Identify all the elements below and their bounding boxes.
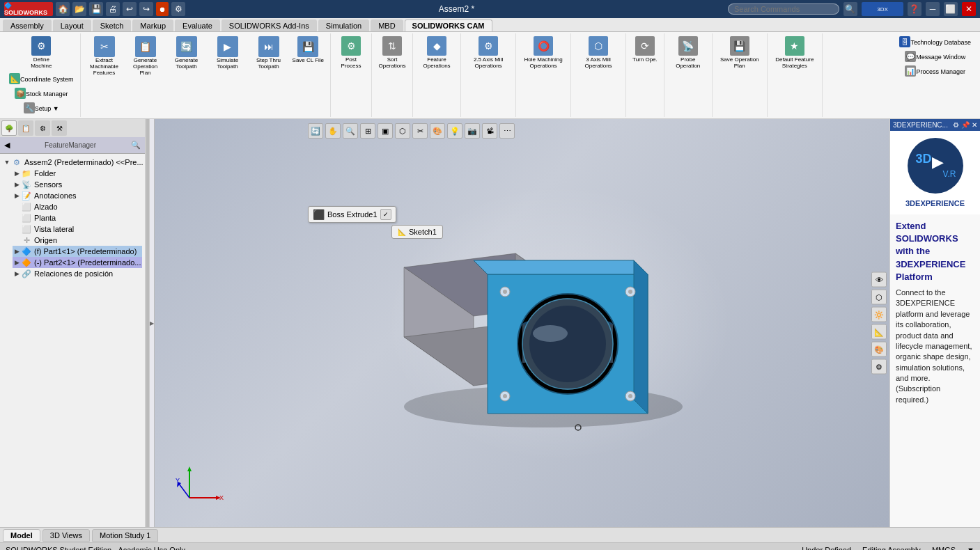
ribbon-btn-gen-op[interactable]: 📋 Generate Operation Plan: [126, 35, 165, 77]
viewport[interactable]: 🔄 ✋ 🔍 ⊞ ▣ ⬡ ✂ 🎨 💡 📷 📽 ⋯ ⬛ Boss Extrude1 …: [155, 119, 889, 527]
ribbon-btn-procmgr[interactable]: 📊 Process Manager: [903, 64, 967, 79]
msgwnd-label: Message Window: [916, 54, 965, 61]
ribbon-btn-dfs[interactable]: ★ Default Feature Strategies: [772, 35, 818, 70]
tab-model[interactable]: Model: [3, 529, 40, 542]
tree-item-origen[interactable]: ▶ ✛ Origen: [13, 235, 142, 246]
property-manager-tab[interactable]: 📋: [18, 120, 33, 136]
expand-folder[interactable]: ▶: [13, 169, 21, 178]
vp-btn-rotate[interactable]: 🔄: [308, 123, 323, 139]
tree-item-assem2[interactable]: ▼ ⚙ Assem2 (Predeterminado) <<Pre...: [3, 157, 142, 168]
tab-markup[interactable]: Markup: [132, 19, 173, 31]
boss-extrude-ok[interactable]: ✓: [380, 209, 391, 220]
tab-assembly[interactable]: Assembly: [3, 19, 52, 31]
minimize-btn[interactable]: ─: [926, 2, 940, 16]
open-btn[interactable]: 📂: [72, 2, 86, 16]
tree-item-planta[interactable]: ▶ ⬜ Planta: [13, 212, 142, 223]
side-btn-5[interactable]: 🎨: [871, 342, 887, 357]
vp-btn-section[interactable]: ✂: [412, 123, 428, 139]
ribbon-btn-save-cl[interactable]: 💾 Save CL File: [290, 35, 327, 65]
redo-btn[interactable]: ↪: [139, 2, 153, 16]
tree-item-folder[interactable]: ▶ 📁 Folder: [13, 168, 142, 179]
print-btn[interactable]: 🖨: [106, 2, 120, 16]
ribbon-btn-coord[interactable]: 📐 Coordinate System: [7, 72, 76, 86]
tab-motion[interactable]: Motion Study 1: [92, 529, 158, 542]
vp-btn-zoom[interactable]: 🔍: [343, 123, 358, 139]
tab-sketch[interactable]: Sketch: [93, 19, 132, 31]
fm-filter-icon[interactable]: 🔍: [131, 141, 141, 150]
vp-btn-hdvideo[interactable]: 📽: [482, 123, 497, 139]
side-btn-4[interactable]: 📐: [871, 324, 887, 340]
ribbon-btn-define-machine[interactable]: ⚙ Define Machine: [25, 35, 57, 70]
expand-part1[interactable]: ▶: [13, 247, 21, 256]
ribbon-btn-feature-op[interactable]: ◆ Feature Operations: [417, 35, 456, 70]
ribbon-btn-post[interactable]: ⚙ Post Process: [335, 35, 367, 70]
search-icon[interactable]: 🔍: [843, 2, 857, 16]
ribbon-btn-2axis[interactable]: ⚙ 2.5 Axis Mill Operations: [465, 35, 511, 70]
vp-btn-view2[interactable]: ⬡: [395, 123, 410, 139]
vp-btn-more[interactable]: ⋯: [499, 123, 515, 139]
tree-item-vista-lateral[interactable]: ▶ ⬜ Vista lateral: [13, 223, 142, 235]
vp-btn-camera[interactable]: 📷: [465, 123, 480, 139]
3dx-settings-icon[interactable]: ⚙: [953, 121, 959, 129]
expand-relaciones[interactable]: ▶: [13, 269, 21, 278]
side-btn-6[interactable]: ⚙: [871, 359, 887, 375]
vp-btn-view1[interactable]: ▣: [378, 123, 393, 139]
3dexperience-icon[interactable]: 3DX: [862, 2, 903, 16]
ribbon-btn-save-op[interactable]: 💾 Save Operation Plan: [717, 35, 763, 70]
tree-item-relaciones[interactable]: ▶ 🔗 Relaciones de posición: [13, 268, 142, 279]
side-btn-2[interactable]: ⬡: [871, 290, 887, 305]
tab-swcam[interactable]: SOLIDWORKS CAM: [405, 19, 492, 31]
ribbon-btn-step[interactable]: ⏭ Step Thru Toolpath: [249, 35, 288, 72]
side-btn-1[interactable]: 👁: [871, 272, 887, 288]
ribbon-btn-extract[interactable]: ✂ Extract Machinable Features: [85, 35, 124, 77]
vp-btn-appearance[interactable]: 🎨: [430, 123, 445, 139]
home-btn[interactable]: 🏠: [56, 2, 70, 16]
ribbon-btn-setup[interactable]: 🔧 Setup ▼: [22, 101, 61, 116]
tree-item-anotaciones[interactable]: ▶ 📝 Anotaciones: [13, 190, 142, 201]
3dx-pin-icon[interactable]: 📌: [961, 121, 970, 129]
ribbon-btn-sim-tp[interactable]: ▶ Simulate Toolpath: [208, 35, 247, 72]
restore-btn[interactable]: ⬜: [944, 2, 958, 16]
tree-item-part2[interactable]: ▶ 🔶 (-) Part2<1> (Predeterminado...: [13, 257, 142, 268]
search-input[interactable]: [728, 3, 839, 15]
tab-swaddins[interactable]: SOLIDWORKS Add-Ins: [221, 19, 317, 31]
status-arrow[interactable]: ▼: [967, 546, 974, 551]
ribbon-btn-hole[interactable]: ⭕ Hole Machining Operations: [520, 35, 566, 70]
fm-back-icon[interactable]: ◀: [4, 141, 10, 150]
tab-mbd[interactable]: MBD: [371, 19, 403, 31]
help-icon[interactable]: ❓: [908, 2, 921, 16]
expand-anotaciones[interactable]: ▶: [13, 191, 21, 200]
rebuild-btn[interactable]: ⏺: [156, 2, 169, 16]
vp-btn-fit[interactable]: ⊞: [360, 123, 375, 139]
ribbon-btn-probe[interactable]: 📡 Probe Operation: [669, 35, 708, 70]
save-btn[interactable]: 💾: [89, 2, 103, 16]
ribbon-btn-techdb[interactable]: 🗄 Technology Database: [897, 35, 973, 49]
tab-evaluate[interactable]: Evaluate: [175, 19, 220, 31]
expand-sensors[interactable]: ▶: [13, 180, 21, 189]
undo-btn[interactable]: ↩: [123, 2, 137, 16]
expand-part2[interactable]: ▶: [13, 258, 21, 267]
side-btn-3[interactable]: 🔆: [871, 307, 887, 322]
close-btn[interactable]: ✕: [962, 2, 976, 16]
tab-layout[interactable]: Layout: [53, 19, 91, 31]
cam-manager-tab[interactable]: ⚒: [52, 120, 67, 136]
tree-item-part1[interactable]: ▶ 🔷 (f) Part1<1> (Predeterminado): [13, 246, 142, 257]
tab-3dviews[interactable]: 3D Views: [42, 529, 90, 542]
ribbon-btn-turn[interactable]: ⟳ Turn Ope.: [630, 35, 660, 64]
ribbon-btn-3axis[interactable]: ⬡ 3 Axis Mill Operations: [575, 35, 621, 70]
pm-collapse-handle[interactable]: ▶: [150, 320, 154, 327]
tree-item-sensors[interactable]: ▶ 📡 Sensors: [13, 179, 142, 190]
ribbon-btn-sort[interactable]: ⇅ Sort Operations: [376, 35, 408, 70]
ribbon-btn-msgwnd[interactable]: 💬 Message Window: [903, 49, 967, 64]
vp-btn-pan[interactable]: ✋: [325, 123, 341, 139]
config-manager-tab[interactable]: ⚙: [35, 120, 50, 136]
options-btn[interactable]: ⚙: [171, 2, 185, 16]
tab-simulation[interactable]: Simulation: [318, 19, 369, 31]
ribbon-btn-stock[interactable]: 📦 Stock Manager: [13, 86, 70, 101]
tree-item-alzado[interactable]: ▶ ⬜ Alzado: [13, 201, 142, 212]
3dx-close-icon[interactable]: ✕: [972, 121, 977, 129]
expand-assem2[interactable]: ▼: [3, 158, 11, 166]
feature-tree-tab[interactable]: 🌳: [1, 120, 17, 136]
vp-btn-light[interactable]: 💡: [447, 123, 462, 139]
ribbon-btn-gen-tp[interactable]: 🔄 Generate Toolpath: [167, 35, 206, 72]
